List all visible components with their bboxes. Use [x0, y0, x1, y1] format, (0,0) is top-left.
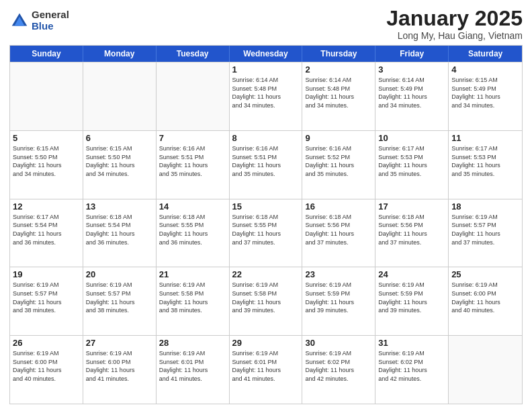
- cal-cell-day-16: 16Sunrise: 6:18 AM Sunset: 5:56 PM Dayli…: [302, 199, 375, 267]
- day-number: 13: [86, 201, 153, 212]
- cal-cell-day-14: 14Sunrise: 6:18 AM Sunset: 5:55 PM Dayli…: [157, 199, 230, 267]
- calendar-body: 1Sunrise: 6:14 AM Sunset: 5:48 PM Daylig…: [10, 62, 522, 404]
- cell-info: Sunrise: 6:19 AM Sunset: 6:00 PM Dayligh…: [451, 281, 519, 314]
- cal-week-2: 12Sunrise: 6:17 AM Sunset: 5:54 PM Dayli…: [10, 199, 522, 267]
- cell-info: Sunrise: 6:19 AM Sunset: 6:00 PM Dayligh…: [13, 349, 80, 383]
- cal-cell-day-13: 13Sunrise: 6:18 AM Sunset: 5:54 PM Dayli…: [83, 199, 157, 267]
- day-number: 25: [451, 269, 519, 279]
- day-number: 20: [86, 269, 153, 279]
- day-number: 26: [13, 338, 80, 348]
- cal-header-wednesday: Wednesday: [230, 46, 303, 62]
- cal-header-friday: Friday: [375, 46, 449, 62]
- calendar-header: SundayMondayTuesdayWednesdayThursdayFrid…: [10, 46, 522, 62]
- cell-info: Sunrise: 6:19 AM Sunset: 5:59 PM Dayligh…: [305, 281, 372, 314]
- day-number: 7: [159, 133, 226, 143]
- cell-info: Sunrise: 6:15 AM Sunset: 5:50 PM Dayligh…: [86, 144, 153, 178]
- cell-info: Sunrise: 6:14 AM Sunset: 5:48 PM Dayligh…: [305, 76, 372, 109]
- cal-cell-day-29: 29Sunrise: 6:19 AM Sunset: 6:01 PM Dayli…: [230, 336, 303, 404]
- day-number: 1: [232, 64, 300, 75]
- day-number: 3: [378, 64, 445, 75]
- cal-header-sunday: Sunday: [10, 46, 83, 62]
- header: General Blue January 2025 Long My, Hau G…: [9, 7, 523, 41]
- cal-cell-day-7: 7Sunrise: 6:16 AM Sunset: 5:51 PM Daylig…: [157, 131, 230, 199]
- cal-week-0: 1Sunrise: 6:14 AM Sunset: 5:48 PM Daylig…: [10, 62, 522, 130]
- cal-cell-day-6: 6Sunrise: 6:15 AM Sunset: 5:50 PM Daylig…: [83, 131, 157, 199]
- cal-cell-day-9: 9Sunrise: 6:16 AM Sunset: 5:52 PM Daylig…: [302, 131, 375, 199]
- day-number: 8: [232, 133, 300, 143]
- day-number: 2: [305, 64, 372, 75]
- cal-cell-day-4: 4Sunrise: 6:15 AM Sunset: 5:49 PM Daylig…: [449, 62, 522, 130]
- cell-info: Sunrise: 6:19 AM Sunset: 6:02 PM Dayligh…: [305, 349, 372, 383]
- cell-info: Sunrise: 6:18 AM Sunset: 5:56 PM Dayligh…: [305, 213, 372, 246]
- day-number: 16: [305, 201, 372, 212]
- day-number: 21: [159, 269, 226, 279]
- cell-info: Sunrise: 6:19 AM Sunset: 5:59 PM Dayligh…: [378, 281, 445, 314]
- day-number: 4: [451, 64, 519, 75]
- cal-cell-day-26: 26Sunrise: 6:19 AM Sunset: 6:00 PM Dayli…: [10, 336, 83, 404]
- cal-week-3: 19Sunrise: 6:19 AM Sunset: 5:57 PM Dayli…: [10, 267, 522, 335]
- cell-info: Sunrise: 6:19 AM Sunset: 6:01 PM Dayligh…: [232, 349, 300, 383]
- day-number: 6: [86, 133, 153, 143]
- cell-info: Sunrise: 6:19 AM Sunset: 5:57 PM Dayligh…: [13, 281, 80, 314]
- cal-cell-empty: [10, 62, 83, 130]
- cal-cell-day-17: 17Sunrise: 6:18 AM Sunset: 5:56 PM Dayli…: [375, 199, 449, 267]
- day-number: 9: [305, 133, 372, 143]
- cell-info: Sunrise: 6:14 AM Sunset: 5:49 PM Dayligh…: [378, 76, 445, 109]
- cell-info: Sunrise: 6:19 AM Sunset: 5:58 PM Dayligh…: [232, 281, 300, 314]
- day-number: 27: [86, 338, 153, 348]
- cal-cell-day-19: 19Sunrise: 6:19 AM Sunset: 5:57 PM Dayli…: [10, 267, 83, 335]
- cal-header-thursday: Thursday: [302, 46, 375, 62]
- cell-info: Sunrise: 6:17 AM Sunset: 5:54 PM Dayligh…: [13, 213, 80, 246]
- cal-cell-day-24: 24Sunrise: 6:19 AM Sunset: 5:59 PM Dayli…: [375, 267, 449, 335]
- cal-cell-day-31: 31Sunrise: 6:19 AM Sunset: 6:02 PM Dayli…: [375, 336, 449, 404]
- logo-text: General Blue: [32, 9, 69, 32]
- cal-cell-day-8: 8Sunrise: 6:16 AM Sunset: 5:51 PM Daylig…: [230, 131, 303, 199]
- cell-info: Sunrise: 6:19 AM Sunset: 5:58 PM Dayligh…: [159, 281, 226, 314]
- logo: General Blue: [9, 9, 69, 32]
- cell-info: Sunrise: 6:18 AM Sunset: 5:56 PM Dayligh…: [378, 213, 445, 246]
- cell-info: Sunrise: 6:18 AM Sunset: 5:54 PM Dayligh…: [86, 213, 153, 246]
- cal-cell-day-21: 21Sunrise: 6:19 AM Sunset: 5:58 PM Dayli…: [157, 267, 230, 335]
- cal-cell-day-5: 5Sunrise: 6:15 AM Sunset: 5:50 PM Daylig…: [10, 131, 83, 199]
- day-number: 22: [232, 269, 300, 279]
- day-number: 30: [305, 338, 372, 348]
- cell-info: Sunrise: 6:15 AM Sunset: 5:49 PM Dayligh…: [451, 76, 519, 109]
- cell-info: Sunrise: 6:15 AM Sunset: 5:50 PM Dayligh…: [13, 144, 80, 178]
- calendar: SundayMondayTuesdayWednesdayThursdayFrid…: [9, 45, 523, 404]
- cell-info: Sunrise: 6:16 AM Sunset: 5:51 PM Dayligh…: [232, 144, 300, 178]
- logo-blue-text: Blue: [32, 21, 69, 32]
- cal-cell-empty: [449, 336, 522, 404]
- cal-week-1: 5Sunrise: 6:15 AM Sunset: 5:50 PM Daylig…: [10, 130, 522, 199]
- cell-info: Sunrise: 6:19 AM Sunset: 5:57 PM Dayligh…: [451, 213, 519, 246]
- cal-week-4: 26Sunrise: 6:19 AM Sunset: 6:00 PM Dayli…: [10, 335, 522, 404]
- cell-info: Sunrise: 6:17 AM Sunset: 5:53 PM Dayligh…: [451, 144, 519, 178]
- cal-cell-day-22: 22Sunrise: 6:19 AM Sunset: 5:58 PM Dayli…: [230, 267, 303, 335]
- day-number: 23: [305, 269, 372, 279]
- cal-cell-empty: [83, 62, 157, 130]
- day-number: 24: [378, 269, 445, 279]
- cell-info: Sunrise: 6:18 AM Sunset: 5:55 PM Dayligh…: [232, 213, 300, 246]
- cell-info: Sunrise: 6:17 AM Sunset: 5:53 PM Dayligh…: [378, 144, 445, 178]
- day-number: 29: [232, 338, 300, 348]
- day-number: 31: [378, 338, 445, 348]
- cell-info: Sunrise: 6:16 AM Sunset: 5:52 PM Dayligh…: [305, 144, 372, 178]
- day-number: 28: [159, 338, 226, 348]
- day-number: 14: [159, 201, 226, 212]
- day-number: 12: [13, 201, 80, 212]
- day-number: 17: [378, 201, 445, 212]
- cal-cell-day-12: 12Sunrise: 6:17 AM Sunset: 5:54 PM Dayli…: [10, 199, 83, 267]
- logo-icon: [9, 11, 30, 31]
- cell-info: Sunrise: 6:14 AM Sunset: 5:48 PM Dayligh…: [232, 76, 300, 109]
- cal-cell-day-23: 23Sunrise: 6:19 AM Sunset: 5:59 PM Dayli…: [302, 267, 375, 335]
- day-number: 15: [232, 201, 300, 212]
- cal-cell-day-2: 2Sunrise: 6:14 AM Sunset: 5:48 PM Daylig…: [302, 62, 375, 130]
- title-block: January 2025 Long My, Hau Giang, Vietnam: [386, 7, 523, 41]
- cell-info: Sunrise: 6:16 AM Sunset: 5:51 PM Dayligh…: [159, 144, 226, 178]
- cal-cell-empty: [157, 62, 230, 130]
- cell-info: Sunrise: 6:19 AM Sunset: 6:01 PM Dayligh…: [159, 349, 226, 383]
- cal-cell-day-15: 15Sunrise: 6:18 AM Sunset: 5:55 PM Dayli…: [230, 199, 303, 267]
- cal-header-tuesday: Tuesday: [157, 46, 230, 62]
- logo-general-text: General: [32, 9, 69, 21]
- cal-cell-day-10: 10Sunrise: 6:17 AM Sunset: 5:53 PM Dayli…: [375, 131, 449, 199]
- day-number: 10: [378, 133, 445, 143]
